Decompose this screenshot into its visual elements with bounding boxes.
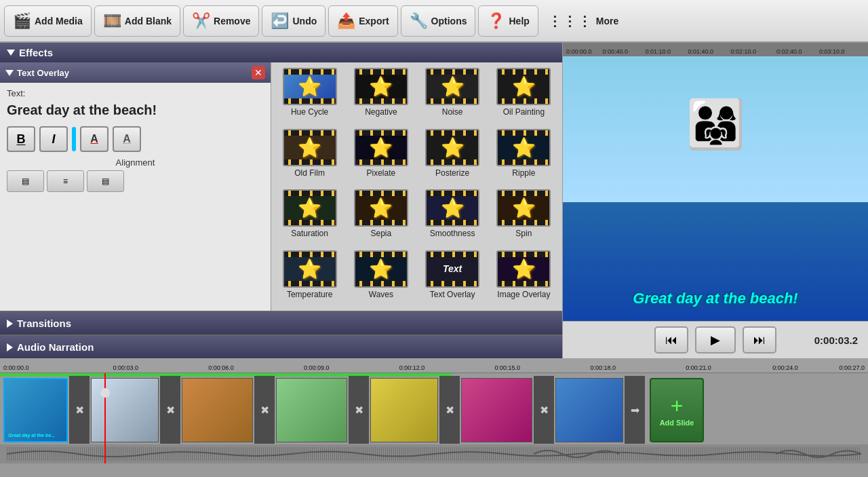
remove-icon: ✂️ bbox=[192, 12, 210, 30]
options-button[interactable]: 🔧 Options bbox=[401, 5, 476, 37]
overlay-title: Text Overlay bbox=[5, 68, 69, 78]
align-center-icon: ≡ bbox=[63, 176, 68, 186]
align-center-button[interactable]: ≡ bbox=[47, 170, 84, 192]
effect-temperature[interactable]: ⭐ Temperature bbox=[277, 250, 342, 306]
next-button[interactable]: ⏭ bbox=[743, 326, 776, 354]
playhead bbox=[104, 373, 106, 463]
slide-5[interactable] bbox=[370, 378, 438, 442]
time-display: 0:00:03.2 bbox=[814, 335, 858, 346]
transition-7[interactable]: ➡ bbox=[625, 376, 645, 444]
help-icon: ❓ bbox=[487, 12, 505, 30]
more-button[interactable]: ⋮⋮⋮ More bbox=[540, 9, 627, 33]
timeline-tracks: Great day at the be... ✖ ✖ ✖ bbox=[0, 373, 868, 463]
options-label: Options bbox=[431, 16, 467, 26]
effect-hue-cycle[interactable]: ⭐ Hue Cycle bbox=[277, 68, 342, 123]
text-overlay-panel: Text Overlay ✕ Text: Great day at the be… bbox=[0, 62, 271, 311]
effect-noise[interactable]: ⭐ Noise bbox=[420, 68, 486, 123]
effect-old-film[interactable]: ⭐ Old Film bbox=[277, 129, 342, 185]
transitions-section-header[interactable]: Transitions bbox=[0, 311, 562, 335]
highlight-button[interactable]: A bbox=[113, 126, 141, 152]
slide-4[interactable] bbox=[276, 378, 347, 442]
effect-waves[interactable]: ⭐ Waves bbox=[348, 250, 414, 306]
preview-timeline-bar: 0:00:00.0 0:00:40.0 0:01:10.0 0:01:40.0 … bbox=[563, 43, 868, 56]
overlay-close-button[interactable]: ✕ bbox=[252, 66, 265, 79]
text-field-label: Text: bbox=[0, 83, 271, 100]
add-media-button[interactable]: 🎬 Add Media bbox=[4, 5, 92, 37]
help-label: Help bbox=[509, 16, 529, 26]
effect-sepia[interactable]: ⭐ Sepia bbox=[348, 189, 414, 245]
audio-narration-section-header[interactable]: Audio Narration bbox=[0, 335, 562, 358]
effect-smoothness[interactable]: ⭐ Smoothness bbox=[420, 189, 486, 245]
left-panel: Effects Text Overlay ✕ Text: Great day a… bbox=[0, 43, 563, 358]
align-left-button[interactable]: ▤ bbox=[7, 170, 44, 192]
add-media-label: Add Media bbox=[35, 16, 83, 26]
effect-text-overlay[interactable]: Text Text Overlay bbox=[420, 250, 486, 306]
transition-2[interactable]: ✖ bbox=[160, 376, 180, 444]
add-slide-plus-icon: + bbox=[671, 394, 684, 419]
add-slide-label: Add Slide bbox=[660, 419, 694, 427]
transition-4[interactable]: ✖ bbox=[349, 376, 369, 444]
effect-posterize[interactable]: ⭐ Posterize bbox=[420, 129, 486, 185]
play-button[interactable]: ▶ bbox=[695, 326, 736, 354]
effect-ripple[interactable]: ⭐ Ripple bbox=[491, 129, 557, 185]
add-blank-button[interactable]: 🎞️ Add Blank bbox=[94, 5, 180, 37]
remove-label: Remove bbox=[214, 16, 250, 26]
playhead-marker bbox=[100, 388, 110, 398]
slide-2[interactable] bbox=[91, 378, 159, 442]
alignment-row: ▤ ≡ ▤ bbox=[0, 169, 271, 193]
effect-saturation[interactable]: ⭐ Saturation bbox=[277, 189, 342, 245]
timeline-ruler: 0:00:00.0 0:00:03.0 0:00:06.0 0:00:09.0 … bbox=[0, 358, 868, 373]
export-button[interactable]: 📤 Export bbox=[328, 5, 397, 37]
audio-narration-label: Audio Narration bbox=[17, 341, 94, 353]
align-left-icon: ▤ bbox=[22, 176, 29, 186]
preview-area: 👨‍👩‍👧 Great day at the beach! bbox=[563, 56, 868, 321]
align-right-button[interactable]: ▤ bbox=[87, 170, 124, 192]
options-icon: 🔧 bbox=[410, 12, 428, 30]
slide-7[interactable] bbox=[555, 378, 623, 442]
transition-5[interactable]: ✖ bbox=[439, 376, 460, 444]
effect-image-overlay[interactable]: ⭐ Image Overlay bbox=[491, 250, 557, 306]
export-icon: 📤 bbox=[337, 12, 355, 30]
audio-waveform bbox=[7, 447, 861, 461]
effects-collapse-icon bbox=[7, 50, 15, 56]
remove-button[interactable]: ✂️ Remove bbox=[183, 5, 259, 37]
more-dots-icon: ⋮⋮⋮ bbox=[548, 13, 593, 29]
slides-track: Great day at the be... ✖ ✖ ✖ bbox=[0, 376, 704, 444]
add-media-icon: 🎬 bbox=[13, 12, 31, 30]
prev-button[interactable]: ⏮ bbox=[654, 326, 688, 354]
next-icon: ⏭ bbox=[753, 333, 766, 347]
transition-6[interactable]: ✖ bbox=[534, 376, 554, 444]
bold-button[interactable]: B bbox=[7, 126, 35, 152]
align-right-icon: ▤ bbox=[102, 176, 109, 186]
help-button[interactable]: ❓ Help bbox=[478, 5, 538, 37]
undo-label: Undo bbox=[292, 16, 317, 26]
transition-1[interactable]: ✖ bbox=[69, 376, 90, 444]
effects-grid: ⭐ Hue Cycle ⭐ Negative ⭐ bbox=[271, 62, 562, 311]
slide-1[interactable]: Great day at the be... bbox=[3, 378, 68, 442]
color-separator bbox=[72, 127, 76, 151]
effect-negative[interactable]: ⭐ Negative bbox=[348, 68, 414, 123]
italic-button[interactable]: I bbox=[39, 126, 68, 152]
bottom-area: 0:00:00.0 0:00:03.0 0:00:06.0 0:00:09.0 … bbox=[0, 358, 868, 477]
effect-spin[interactable]: ⭐ Spin bbox=[491, 189, 557, 245]
transitions-label: Transitions bbox=[17, 318, 71, 329]
prev-icon: ⏮ bbox=[665, 333, 677, 347]
slide-6[interactable] bbox=[461, 378, 532, 442]
transition-3[interactable]: ✖ bbox=[254, 376, 275, 444]
export-label: Export bbox=[359, 16, 389, 26]
undo-button[interactable]: ↩️ Undo bbox=[262, 5, 326, 37]
play-icon: ▶ bbox=[711, 332, 720, 347]
effects-label: Effects bbox=[19, 47, 53, 58]
add-slide-button[interactable]: + Add Slide bbox=[650, 378, 704, 442]
alignment-label: Alignment bbox=[0, 155, 271, 169]
font-color-button[interactable]: A bbox=[80, 126, 108, 152]
audio-expand-icon bbox=[7, 343, 13, 351]
effects-section-header[interactable]: Effects bbox=[0, 43, 562, 62]
transitions-expand-icon bbox=[7, 320, 13, 328]
effect-pixelate[interactable]: ⭐ Pixelate bbox=[348, 129, 414, 185]
toolbar: 🎬 Add Media 🎞️ Add Blank ✂️ Remove ↩️ Un… bbox=[0, 0, 868, 43]
effects-content: Text Overlay ✕ Text: Great day at the be… bbox=[0, 62, 562, 311]
preview-overlay-text: Great day at the beach! bbox=[633, 290, 797, 307]
effect-oil-painting[interactable]: ⭐ Oil Painting bbox=[491, 68, 557, 123]
slide-3[interactable] bbox=[182, 378, 253, 442]
